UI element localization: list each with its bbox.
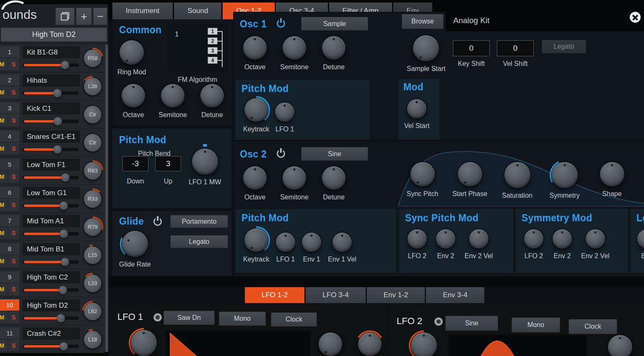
selected-sound-header[interactable]: High Tom D2	[1, 28, 107, 42]
solo-button[interactable]: S	[8, 171, 20, 183]
level-slider[interactable]	[23, 257, 79, 267]
mute-button[interactable]: M	[0, 143, 8, 154]
sound-row[interactable]: 11 M S Crash C#2 L18	[0, 326, 105, 353]
lfo1-waveform-display[interactable]	[166, 331, 310, 356]
level-slider-handle[interactable]	[53, 145, 62, 154]
sym-lfo2-knob[interactable]	[524, 229, 543, 249]
mute-button[interactable]: M	[0, 171, 8, 183]
osc2-keytrack-knob[interactable]	[244, 228, 268, 252]
vel-start-knob[interactable]	[407, 99, 426, 118]
sound-row[interactable]: 3 M S Kick C1 Ctr	[0, 101, 105, 128]
sound-name[interactable]: Kick C1	[23, 102, 80, 115]
octave-knob[interactable]	[122, 84, 145, 107]
symmetry-knob[interactable]	[552, 162, 578, 188]
solo-button[interactable]: S	[8, 86, 20, 98]
lfo2-depth-knob[interactable]	[608, 335, 632, 356]
level-slider[interactable]	[23, 201, 79, 210]
lfo1-depth-knob[interactable]	[319, 332, 342, 356]
lfo2-rate-knob[interactable]	[411, 332, 437, 356]
sound-name[interactable]: Low Tom G1	[23, 187, 80, 199]
osc1-waveform-button[interactable]: Sample	[301, 17, 368, 31]
detune-knob[interactable]	[200, 84, 224, 107]
osc1-keytrack-knob[interactable]	[244, 98, 268, 122]
tab-env-1-2[interactable]: Env 1-2	[367, 287, 425, 303]
portamento-button[interactable]: Portamento	[170, 215, 228, 228]
level-slider[interactable]	[23, 285, 79, 295]
osc1-semitone-knob[interactable]	[283, 36, 306, 60]
sound-row[interactable]: 10 M S High Tom D2 L62	[0, 298, 105, 325]
solo-button[interactable]: S	[8, 199, 20, 211]
mute-button[interactable]: M	[0, 86, 8, 98]
sound-row[interactable]: 2 M S Hihats L38	[0, 73, 105, 100]
level-slider-handle[interactable]	[59, 286, 67, 294]
sample-name-bar[interactable]: Analog Kit	[446, 11, 644, 31]
sound-number[interactable]: 11	[0, 327, 19, 339]
level-slider-handle[interactable]	[61, 61, 69, 69]
saturation-knob[interactable]	[504, 162, 530, 188]
lfo1-mode-button[interactable]: Mono	[219, 312, 266, 326]
sym-env2-knob[interactable]	[553, 229, 572, 249]
level-slider[interactable]	[23, 60, 79, 70]
sound-name[interactable]: Low Tom F1	[23, 159, 80, 171]
fm-algorithm-display[interactable]: 1 1 2 3 4	[167, 24, 228, 71]
lfo2-waveform-display[interactable]	[449, 335, 587, 356]
browse-button[interactable]: Browse	[402, 14, 444, 29]
sound-name[interactable]: Snares C#1-E1	[23, 131, 80, 143]
mute-button[interactable]: M	[0, 227, 8, 239]
level-slider[interactable]	[23, 173, 79, 182]
remove-sound-button[interactable]: −	[93, 8, 107, 25]
osc2-waveform-button[interactable]: Sine	[301, 147, 368, 161]
duplicate-sound-button[interactable]	[55, 8, 75, 25]
osc1-power-icon[interactable]	[276, 18, 286, 29]
sound-number[interactable]: 6	[0, 187, 19, 198]
sound-number[interactable]: 5	[0, 159, 19, 170]
level-slider[interactable]	[23, 145, 79, 154]
lfo2-mode-button[interactable]: Mono	[512, 317, 560, 332]
solo-button[interactable]: S	[8, 115, 20, 126]
osc1-lfo1-knob[interactable]	[275, 102, 294, 122]
sound-name[interactable]: High Tom C2	[23, 271, 80, 283]
glide-rate-knob[interactable]	[122, 231, 148, 257]
pan-knob[interactable]: Ctr	[83, 105, 102, 124]
shape-knob[interactable]	[600, 162, 624, 186]
mute-button[interactable]: M	[0, 283, 8, 295]
spm-env2-knob[interactable]	[436, 229, 455, 249]
pan-knob[interactable]: L38	[83, 77, 102, 96]
osc1-octave-knob[interactable]	[243, 36, 267, 60]
sound-number[interactable]: 2	[0, 74, 19, 86]
lfo2-enable-led[interactable]	[434, 317, 443, 326]
tab-instrument[interactable]: Instrument	[112, 3, 173, 19]
mute-button[interactable]: M	[0, 115, 8, 126]
lfo1-enable-led[interactable]	[153, 313, 162, 322]
sound-name[interactable]: High Tom D2	[23, 299, 80, 312]
semitone-knob[interactable]	[161, 84, 184, 107]
sound-row[interactable]: 4 M S Snares C#1-E1 Ctr	[0, 129, 105, 156]
sample-start-knob[interactable]	[413, 35, 439, 61]
sample-legato-button[interactable]: Legato	[542, 40, 586, 53]
start-phase-knob[interactable]	[458, 162, 482, 186]
solo-button[interactable]: S	[8, 58, 20, 70]
osc2-env1-vel-knob[interactable]	[332, 233, 352, 252]
solo-button[interactable]: S	[8, 340, 20, 351]
osc2-lfo1-knob[interactable]	[276, 233, 295, 252]
solo-button[interactable]: S	[8, 283, 20, 295]
level-slider[interactable]	[23, 342, 79, 351]
lfo2-shape-button[interactable]: Sine	[445, 316, 498, 331]
osc2-power-icon[interactable]	[276, 149, 286, 159]
lfo1-clock-button[interactable]: Clock	[271, 312, 317, 327]
pan-knob[interactable]: R33	[83, 189, 102, 209]
level-slider[interactable]	[23, 117, 79, 126]
glide-power-icon[interactable]	[153, 217, 163, 227]
pan-knob[interactable]: R79	[83, 217, 102, 237]
sound-name[interactable]: Kit B1-G8	[23, 46, 80, 58]
pitch-bend-up-field[interactable]: 3	[155, 156, 181, 171]
sound-row[interactable]: 8 M S Mid Tom B1 L15	[0, 241, 105, 269]
sound-number[interactable]: 10	[0, 299, 19, 311]
sound-name[interactable]: Mid Tom A1	[23, 215, 80, 227]
level-slider-handle[interactable]	[60, 342, 68, 351]
sound-row[interactable]: 1 M S Kit B1-G8 R58	[0, 44, 105, 72]
vel-shift-field[interactable]: 0	[497, 40, 534, 56]
mute-button[interactable]: M	[0, 199, 8, 211]
mute-button[interactable]: M	[0, 58, 8, 70]
level-slider[interactable]	[23, 229, 79, 238]
